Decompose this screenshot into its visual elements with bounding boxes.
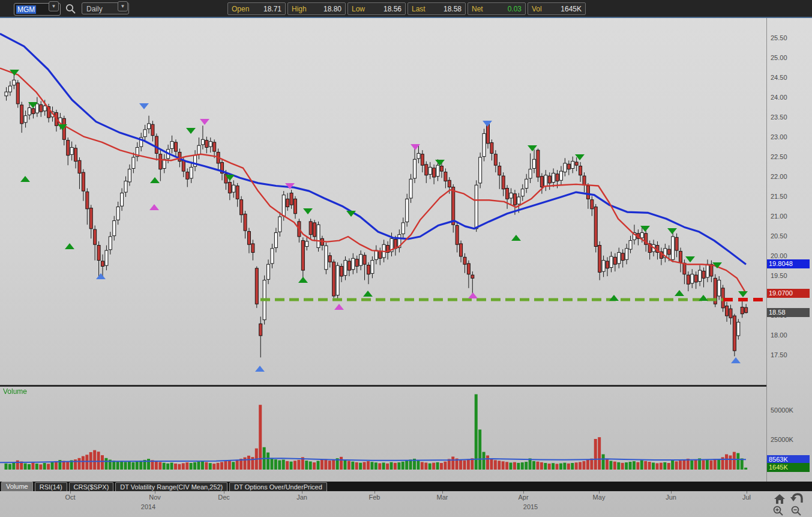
year-label: 2014 — [141, 503, 155, 510]
chart-nav-controls — [771, 491, 808, 516]
month-label: Mar — [437, 494, 448, 501]
price-tick: 24.00 — [771, 94, 787, 101]
price-tick: 24.50 — [771, 74, 787, 81]
price-chart-canvas[interactable] — [0, 18, 766, 482]
quote-value: 0.03 — [508, 5, 522, 13]
month-label: Apr — [518, 494, 528, 501]
quote-value: 18.56 — [383, 5, 401, 13]
quote-field-high: High18.80 — [287, 2, 346, 15]
pane-separator[interactable] — [0, 385, 766, 387]
month-label: Oct — [65, 494, 75, 501]
quote-label: High — [292, 5, 307, 13]
price-tick: 20.50 — [771, 232, 787, 240]
month-label: May — [593, 494, 606, 501]
chart-application: MGM ▼ Daily ▼ Open18.71High18.80Low18.56… — [0, 0, 812, 517]
volume-pane-label: Volume — [3, 387, 27, 396]
price-tick: 21.50 — [771, 193, 787, 200]
tab-dt-volatility-range-civ-mean-252-[interactable]: DT Volatility Range(CIV Mean,252) — [115, 482, 227, 491]
zoom-in-icon[interactable] — [772, 505, 784, 516]
volume-tag: 1645K — [767, 463, 810, 472]
tab-volume[interactable]: Volume — [1, 482, 33, 491]
month-label: Jun — [666, 494, 676, 501]
quote-field-last: Last18.58 — [408, 2, 466, 15]
price-tick: 25.00 — [771, 54, 787, 61]
quote-field-open: Open18.71 — [227, 2, 286, 15]
undo-icon[interactable] — [790, 492, 804, 504]
quote-value: 1645K — [561, 5, 582, 13]
price-tick: 25.50 — [771, 34, 787, 41]
quote-label: Vol — [532, 5, 542, 13]
tab-rsi-14-[interactable]: RSI(14) — [35, 482, 67, 491]
quote-label: Open — [232, 5, 249, 13]
price-tag: 18.58 — [767, 308, 810, 317]
toolbar: MGM ▼ Daily ▼ Open18.71High18.80Low18.56… — [0, 0, 812, 18]
quote-label: Net — [472, 5, 483, 13]
quote-field-net: Net0.03 — [468, 2, 526, 15]
quote-readout: Open18.71High18.80Low18.56Last18.58Net0.… — [227, 2, 586, 15]
tab-crs-spx-[interactable]: CRS($SPX) — [69, 482, 114, 491]
month-label: Nov — [149, 494, 161, 501]
period-label: Daily — [86, 5, 103, 13]
search-icon[interactable] — [65, 3, 77, 15]
month-label: Dec — [218, 494, 230, 501]
price-tag: 19.0700 — [767, 289, 810, 298]
price-tick: 22.50 — [771, 153, 787, 160]
symbol-text: MGM — [16, 5, 36, 14]
volume-tick: 25000K — [771, 436, 793, 443]
price-tick: 23.50 — [771, 113, 787, 121]
price-tick: 22.00 — [771, 173, 787, 180]
price-tick: 17.50 — [771, 351, 787, 358]
period-dropdown-button[interactable]: ▼ — [118, 1, 128, 11]
price-tick: 23.00 — [771, 133, 787, 141]
volume-tick: 50000K — [771, 407, 793, 414]
month-label: Jan — [296, 494, 307, 501]
quote-field-low: Low18.56 — [347, 2, 406, 15]
symbol-dropdown-button[interactable]: ▼ — [49, 1, 59, 11]
date-axis[interactable]: OctNovDecJanFebMarAprMayJunJul20142015 — [0, 491, 812, 517]
quote-label: Last — [412, 5, 426, 13]
quote-value: 18.71 — [263, 5, 281, 13]
price-tick: 19.50 — [771, 272, 787, 279]
zoom-out-icon[interactable] — [790, 505, 802, 516]
quote-label: Low — [352, 5, 365, 13]
quote-value: 18.80 — [323, 5, 341, 13]
month-label: Feb — [369, 494, 380, 501]
price-tick: 18.00 — [771, 331, 787, 339]
home-icon[interactable] — [774, 493, 786, 505]
year-label: 2015 — [523, 503, 538, 510]
month-label: Jul — [742, 494, 751, 501]
price-tick: 20.00 — [771, 252, 787, 259]
price-tag: 19.8048 — [767, 259, 810, 268]
quote-value: 18.58 — [444, 5, 462, 13]
indicator-tab-strip: VolumeRSI(14)CRS($SPX)DT Volatility Rang… — [0, 482, 812, 491]
quote-field-vol: Vol1645K — [528, 2, 586, 15]
tab-dt-options-over-underpriced[interactable]: DT Options Over/UnderPriced — [229, 482, 327, 491]
price-axis[interactable]: 25.5025.0024.5024.0023.5023.0022.5022.00… — [766, 18, 812, 482]
price-tick: 21.00 — [771, 213, 787, 220]
